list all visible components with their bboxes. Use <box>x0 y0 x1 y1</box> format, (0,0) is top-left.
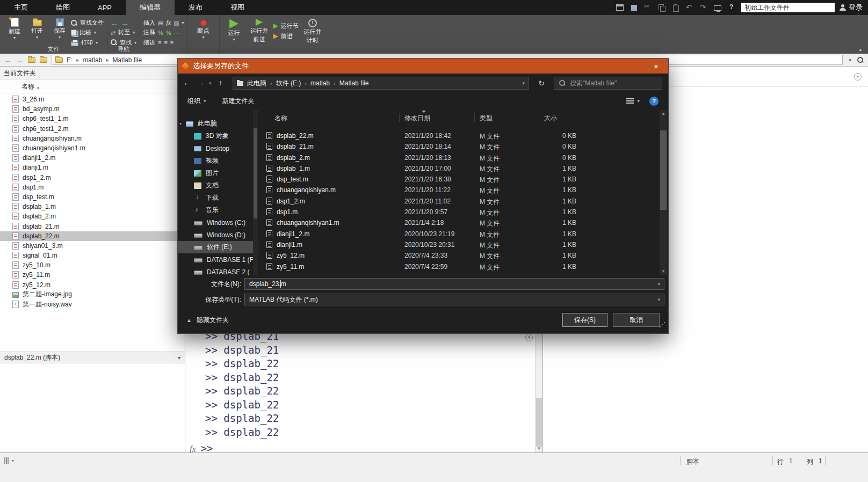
command-prompt[interactable]: >> <box>201 442 213 452</box>
file-list-item[interactable]: zy5_11.m <box>0 270 185 280</box>
ribbon-tab[interactable]: APP <box>84 0 126 15</box>
forward-icon[interactable]: → <box>197 78 205 87</box>
up-one-level-icon[interactable]: ↑ <box>28 57 35 63</box>
quick-access-icon[interactable] <box>629 3 639 12</box>
run-button[interactable]: ▶ 运行 ▾ <box>223 16 245 47</box>
file-list-item[interactable]: dsp1.m <box>0 182 185 192</box>
resize-grip-icon[interactable] <box>4 457 5 464</box>
file-list-item[interactable]: dsp_test.m <box>0 192 185 202</box>
quick-access-icon[interactable] <box>671 3 681 12</box>
nav-pane-item[interactable]: 图片 <box>178 167 258 179</box>
nav-pane-item[interactable]: Windows (C:) <box>178 216 258 229</box>
indent-button[interactable]: 缩进 ≡ ≡ ≡ <box>143 39 184 47</box>
file-list-item[interactable]: dsplab_1.m <box>0 202 185 211</box>
file-list-item[interactable]: chp6_test1_2.m <box>0 124 185 134</box>
dialog-titlebar[interactable]: 选择要另存的文件 <box>178 59 668 74</box>
dialog-file-row[interactable]: dianji1.m 2020/10/23 20:31 M 文件 1 KB <box>264 239 660 250</box>
workspace-search-input[interactable]: 初始工作文件件 <box>741 2 835 13</box>
file-list-item[interactable]: 3_26.m <box>0 94 185 104</box>
nav-pane-item[interactable]: 音乐 <box>178 204 258 216</box>
nav-pane-scrollbar[interactable] <box>253 110 258 275</box>
scroll-indicator-icon[interactable]: ▾ <box>525 334 533 341</box>
new-folder-button[interactable]: 新建文件夹 <box>222 97 255 106</box>
file-list-item[interactable]: dianji1.m <box>0 163 185 172</box>
path-segment[interactable]: E:▸ <box>67 56 83 64</box>
dialog-file-row[interactable]: dianji1_2.m 2020/10/23 21:19 M 文件 1 KB <box>264 229 660 239</box>
file-list-scrollbar[interactable]: ▲ ▼ <box>660 110 667 275</box>
advance-button[interactable]: ▶ 前进 <box>273 32 299 40</box>
file-list-item[interactable]: chuanganqishiyan.m <box>0 134 185 143</box>
file-list-item[interactable]: dsplab_22.m <box>0 231 185 241</box>
nav-pane-item[interactable]: 文档 <box>178 179 258 192</box>
nav-pane-item[interactable]: Desktop <box>178 142 258 155</box>
nav-pane-item[interactable]: DATABASE 2 ( <box>178 266 258 275</box>
save-button[interactable]: 保存(S) <box>562 313 607 327</box>
insert-button[interactable]: 插入 ▤ fx ▥ ▾ <box>143 19 184 27</box>
dialog-file-row[interactable]: dsp_test.m 2021/1/20 16:38 M 文件 1 KB <box>264 174 660 185</box>
cancel-button[interactable]: 取消 <box>613 313 660 327</box>
resize-grip-icon[interactable] <box>660 326 661 327</box>
dialog-file-row[interactable]: dsp1.m 2021/1/20 9:57 M 文件 1 KB <box>264 207 660 217</box>
scrollbar-thumb[interactable] <box>536 398 542 447</box>
refresh-icon[interactable]: ↻ <box>534 77 548 90</box>
ribbon-collapse-icon[interactable]: ▴ <box>859 47 862 52</box>
dialog-file-row[interactable]: dsp1_2.m 2021/1/20 11:02 M 文件 1 KB <box>264 196 660 207</box>
back-icon[interactable]: ← <box>4 56 12 64</box>
dialog-file-row[interactable]: dsplab_22.m 2021/1/20 18:42 M 文件 0 KB <box>264 130 660 141</box>
comment-button[interactable]: 注释 % % ⋯ <box>143 28 184 36</box>
run-and-time-button[interactable]: 运行并 计时 <box>299 16 327 47</box>
compare-button[interactable]: 比较 ▾ <box>71 28 104 36</box>
chevron-down-icon[interactable]: ▾ <box>522 81 525 86</box>
nav-pane-item[interactable]: 此电脑 <box>178 118 258 130</box>
column-header-date[interactable]: 修改日期 <box>404 114 430 123</box>
dialog-address-bar[interactable]: 此电脑› 软件 (E:)› matlab› Matlab file› ▾ <box>233 77 529 90</box>
column-header-size[interactable]: 大小 <box>544 114 557 123</box>
file-list-item[interactable]: dianji1_2.m <box>0 153 185 163</box>
find-files-button[interactable]: 查找文件 <box>71 19 104 27</box>
savetype-select[interactable]: MATLAB 代码文件 (*.m) ▾ <box>244 294 664 305</box>
breadcrumb-segment[interactable]: Matlab file› <box>339 79 369 87</box>
browse-folder-icon[interactable] <box>40 57 47 63</box>
scrollbar-thumb[interactable] <box>254 128 257 218</box>
quick-access-icon[interactable] <box>657 3 667 12</box>
login-button[interactable]: 登录 <box>840 3 863 12</box>
panel-menu-icon[interactable]: ▾ <box>854 73 862 81</box>
name-column-header[interactable]: 名称▴ <box>0 79 185 93</box>
nav-pane-item[interactable]: Windows (D:) <box>178 229 258 241</box>
nav-pane-item[interactable]: 软件 (E:) <box>178 241 258 253</box>
dialog-file-row[interactable]: chuanganqishiyan.m 2021/1/20 11:22 M 文件 … <box>264 185 660 195</box>
file-list-item[interactable]: signal_01.m <box>0 251 185 260</box>
breadcrumb-segment[interactable]: 软件 (E:)› <box>276 79 310 88</box>
scrollbar-thumb[interactable] <box>660 130 667 210</box>
file-list-item[interactable]: dsp1_2.m <box>0 173 185 182</box>
nav-pane-item[interactable]: 3D 对象 <box>178 130 258 142</box>
save-button[interactable]: 保存 ▾ <box>48 16 71 47</box>
dialog-file-row[interactable]: dsplab_1.m 2021/1/20 17:00 M 文件 1 KB <box>264 163 660 174</box>
file-details-header[interactable]: dsplab_22.m (脚本) ▾ <box>0 352 185 363</box>
quick-access-icon[interactable] <box>643 3 653 12</box>
filename-input[interactable]: dsplab_23.m ▾ <box>244 278 664 290</box>
new-script-button[interactable]: 新建 ▾ <box>3 16 26 47</box>
path-segment[interactable]: Matlab file▸ <box>112 56 142 64</box>
run-and-advance-button[interactable]: ▶ 运行并 前进 <box>245 16 273 47</box>
column-header-type[interactable]: 类型 <box>480 114 493 123</box>
file-list-item[interactable]: shiyan01_3.m <box>0 241 185 251</box>
nav-pane-item[interactable]: DATABASE 1 (F <box>178 253 258 266</box>
quick-access-icon[interactable] <box>727 3 736 12</box>
file-list-item[interactable]: dsplab_21.m <box>0 221 185 231</box>
file-list-item[interactable]: chp6_test1_1.m <box>0 114 185 123</box>
hide-folders-button[interactable]: ▲ 隐藏文件夹 <box>186 316 229 325</box>
quick-access-icon[interactable] <box>685 3 695 12</box>
dialog-file-row[interactable]: dsplab_21.m 2021/1/20 18:14 M 文件 0 KB <box>264 141 660 152</box>
chevron-down-icon[interactable]: ▾ <box>657 294 660 305</box>
recent-locations-icon[interactable]: ▾ <box>209 81 212 86</box>
back-icon[interactable]: ← <box>183 78 191 87</box>
breakpoints-button[interactable]: 断点 ▾ <box>191 16 216 47</box>
nav-pane-item[interactable]: 视频 <box>178 155 258 167</box>
dialog-file-row[interactable]: chuanganqishiyan1.m 2021/1/4 2:18 M 文件 1… <box>264 217 660 228</box>
dialog-file-row[interactable]: zy5_11.m 2020/7/4 22:59 M 文件 1 KB <box>264 261 660 272</box>
quick-access-icon[interactable] <box>713 3 722 12</box>
file-list-item[interactable]: 第一题-noisy.wav <box>0 300 185 309</box>
help-icon[interactable]: ? <box>649 97 659 106</box>
scroll-up-icon[interactable]: ▲ <box>660 110 667 118</box>
